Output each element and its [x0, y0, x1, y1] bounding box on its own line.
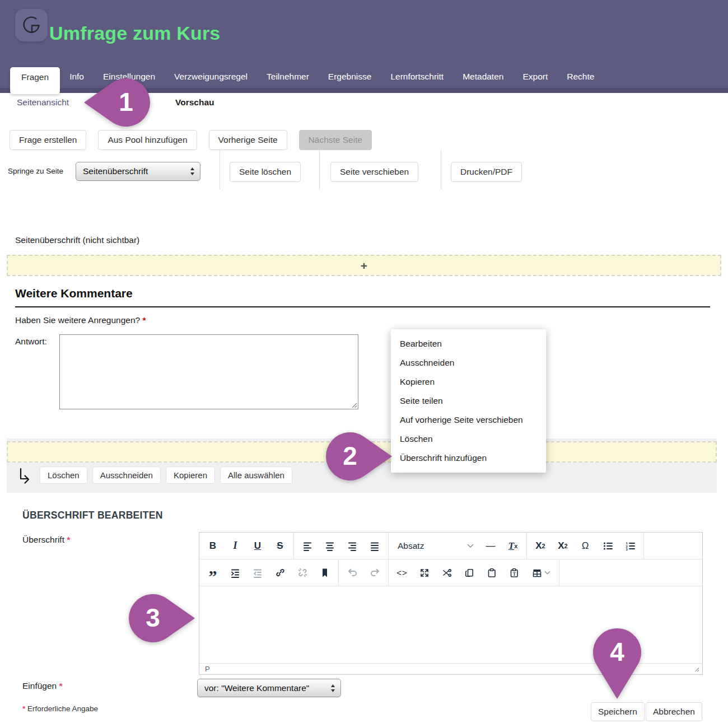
insert-group: X2 X2 Ω 1 2 3: [527, 533, 644, 559]
undo-icon[interactable]: [341, 562, 363, 584]
align-group: [294, 533, 389, 559]
add-element-dropzone[interactable]: +: [7, 255, 721, 276]
clear-formatting-icon[interactable]: Tx: [502, 535, 524, 557]
menu-item-auf-vorherige-seite[interactable]: Auf vorherige Seite verschieben: [391, 410, 546, 430]
question-text: Haben Sie weitere Anregungen? *: [15, 315, 146, 325]
seiten-select-value: Seitenüberschrift: [83, 166, 148, 176]
horizontal-rule-icon[interactable]: —: [479, 535, 502, 557]
numbered-list-icon[interactable]: 1 2 3: [619, 535, 641, 557]
superscript-icon[interactable]: X2: [552, 535, 574, 557]
subtab-seitenansicht[interactable]: Seitenansicht: [17, 97, 69, 108]
align-left-icon[interactable]: [296, 535, 319, 557]
special-character-icon[interactable]: Ω: [574, 535, 596, 557]
subtab-vorschau[interactable]: Vorschau: [175, 97, 214, 108]
vorherige-seite-button[interactable]: Vorherige Seite: [209, 130, 287, 150]
italic-icon[interactable]: I: [224, 535, 246, 557]
required-asterisk: *: [143, 315, 146, 325]
bookmark-icon[interactable]: [314, 562, 336, 584]
tab-teilnehmer[interactable]: Teilnehmer: [257, 67, 319, 88]
toolbar-divider: [220, 150, 220, 189]
redo-icon[interactable]: [363, 562, 386, 584]
speichern-button[interactable]: Speichern: [591, 702, 645, 721]
subscript-icon[interactable]: X2: [529, 535, 552, 557]
tools-group: <>: [389, 559, 559, 586]
context-menu: Bearbeiten Ausschneiden Kopieren Seite t…: [391, 329, 546, 473]
drucken-pdf-button[interactable]: Drucken/PDF: [451, 162, 522, 182]
menu-item-seite-teilen[interactable]: Seite teilen: [391, 391, 546, 410]
form-title: ÜBERSCHRIFT BEARBEITEN: [22, 510, 163, 521]
alle-auswaehlen-button[interactable]: Alle auswählen: [220, 466, 292, 484]
required-asterisk: *: [59, 681, 63, 690]
menu-item-bearbeiten[interactable]: Bearbeiten: [391, 334, 546, 353]
blockquote-icon[interactable]: ”: [202, 562, 224, 584]
underline-icon[interactable]: U: [246, 535, 269, 557]
outdent-icon[interactable]: [246, 562, 269, 584]
menu-item-kopieren[interactable]: Kopieren: [391, 372, 546, 391]
kopieren-button[interactable]: Kopieren: [166, 466, 215, 484]
paragraph-format-dropdown[interactable]: Absatz: [391, 535, 479, 557]
bullet-list-icon[interactable]: [596, 535, 619, 557]
tab-ergebnisse[interactable]: Ergebnisse: [319, 67, 381, 88]
callout-number: 3: [146, 603, 160, 633]
tab-verzweigungsregel[interactable]: Verzweigungsregel: [165, 67, 257, 88]
hidden-page-title: Seitenüberschrift (nicht sichtbar): [15, 235, 139, 245]
springe-zu-seite-label: Springe zu Seite: [8, 167, 63, 175]
aus-pool-hinzufuegen-button[interactable]: Aus Pool hinzufügen: [98, 130, 197, 150]
callout-4: 4: [593, 627, 641, 699]
loeschen-button[interactable]: Löschen: [40, 466, 87, 484]
toolbar-spacer: [559, 559, 702, 586]
paste-icon[interactable]: [480, 562, 503, 584]
align-center-icon[interactable]: [319, 535, 341, 557]
answer-field-wrap: [59, 334, 358, 409]
unlink-icon[interactable]: [291, 562, 314, 584]
fullscreen-icon[interactable]: [413, 562, 436, 584]
einfuegen-select[interactable]: vor: "Weitere Kommentare": [197, 679, 341, 697]
cut-icon[interactable]: [436, 562, 458, 584]
bold-icon[interactable]: B: [202, 535, 224, 557]
seiten-select[interactable]: Seitenüberschrift: [76, 162, 200, 181]
paste-as-text-icon[interactable]: T: [503, 562, 525, 584]
selection-bar: Löschen Ausschneiden Kopieren Alle auswä…: [17, 466, 292, 484]
frage-erstellen-button[interactable]: Frage erstellen: [10, 130, 86, 150]
copy-icon[interactable]: [458, 562, 480, 584]
format-group: B I U S: [199, 533, 294, 559]
menu-item-loeschen[interactable]: Löschen: [391, 430, 546, 449]
callout-3: 3: [128, 594, 195, 642]
table-icon[interactable]: [525, 562, 557, 584]
tab-rechte[interactable]: Rechte: [557, 67, 604, 88]
tab-metadaten[interactable]: Metadaten: [453, 67, 513, 88]
align-right-icon[interactable]: [341, 535, 363, 557]
tab-export[interactable]: Export: [513, 67, 557, 88]
seite-verschieben-button[interactable]: Seite verschieben: [330, 162, 418, 182]
chevron-down-icon: [467, 544, 474, 548]
resize-handle-icon[interactable]: [694, 666, 699, 672]
app-header: Umfrage zum Kurs: [0, 0, 728, 67]
indent-icon[interactable]: [224, 562, 246, 584]
chevron-down-icon: [544, 571, 550, 575]
callout-number: 2: [343, 441, 357, 471]
link-icon[interactable]: [269, 562, 291, 584]
ausschneiden-button[interactable]: Ausschneiden: [92, 466, 161, 484]
callout-number: 1: [119, 87, 133, 117]
toolbar-divider: [441, 150, 441, 189]
menu-item-ueberschrift-hinzufuegen[interactable]: Überschrift hinzufügen: [391, 449, 546, 468]
tab-fragen[interactable]: Fragen: [10, 67, 60, 94]
paragraph-group: Absatz — Tx: [389, 533, 527, 559]
seite-loeschen-button[interactable]: Seite löschen: [230, 162, 301, 182]
svg-text:3: 3: [626, 548, 628, 551]
answer-textarea[interactable]: [59, 334, 358, 409]
callout-1: 1: [84, 78, 151, 127]
source-code-icon[interactable]: <>: [391, 562, 413, 584]
ueberschrift-label: Überschrift *: [22, 535, 70, 545]
apply-to-selection-arrow-icon: [17, 467, 31, 484]
toolbar-spacer: [644, 533, 702, 559]
abbrechen-button[interactable]: Abbrechen: [646, 702, 702, 721]
required-note: * Erforderliche Angabe: [22, 704, 98, 713]
justify-icon[interactable]: [363, 535, 386, 557]
einfuegen-label: Einfügen *: [22, 681, 63, 691]
resize-handle-icon[interactable]: [351, 402, 357, 408]
tab-lernfortschritt[interactable]: Lernfortschritt: [381, 67, 453, 88]
menu-item-ausschneiden[interactable]: Ausschneiden: [391, 353, 546, 372]
toolbar-divider: [319, 150, 320, 189]
strikethrough-icon[interactable]: S: [269, 535, 291, 557]
